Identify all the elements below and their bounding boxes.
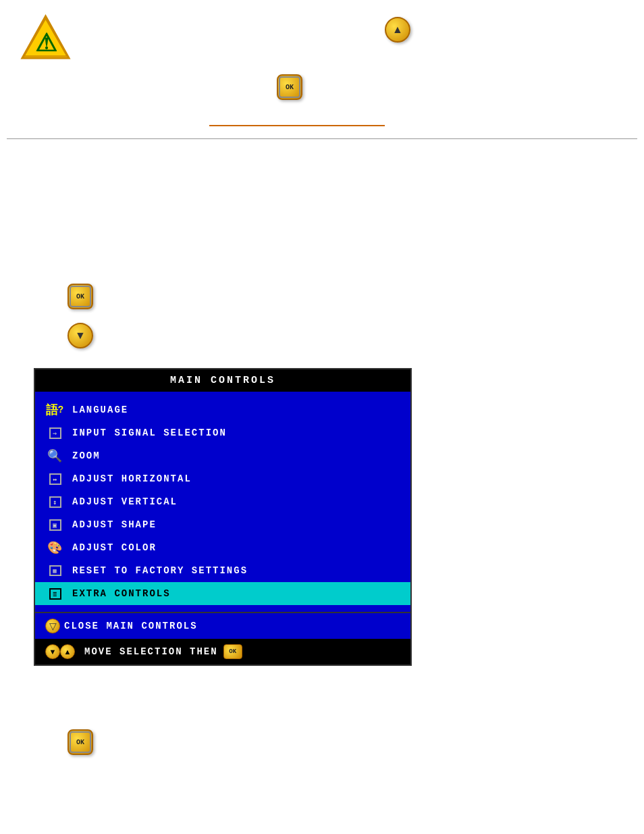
menu-item-language-label: LANGUAGE (72, 405, 128, 415)
orange-link (209, 125, 385, 126)
menu-item-zoom-label: ZOOM (72, 450, 101, 461)
menu-items-list: 語 ? LANGUAGE ⇒ INPUT SIGNAL SELECTION 🔍 … (35, 392, 410, 612)
nav-down-small-icon[interactable]: ▼ (45, 644, 60, 659)
main-controls-menu: MAIN CONTROLS 語 ? LANGUAGE ⇒ INPUT SIGNA… (34, 368, 412, 666)
ok-small-box-icon[interactable]: OK (223, 644, 242, 659)
ok-button-top-center[interactable]: OK (277, 74, 302, 100)
up-arrow-icon[interactable]: ▲ (385, 17, 410, 43)
menu-item-zoom[interactable]: 🔍 ZOOM (35, 444, 410, 467)
ok-icon-middle[interactable]: OK (68, 284, 93, 309)
menu-item-adjust-color[interactable]: 🎨 ADJUST COLOR (35, 536, 410, 559)
ok-button-bottom[interactable]: OK (68, 729, 93, 755)
menu-item-reset-factory-label: RESET TO FACTORY SETTINGS (72, 565, 248, 576)
adjust-shape-icon: ▣ (45, 517, 65, 533)
menu-item-reset-factory[interactable]: ▦ RESET TO FACTORY SETTINGS (35, 559, 410, 582)
menu-item-adjust-horizontal[interactable]: ↔ ADJUST HORIZONTAL (35, 467, 410, 490)
reset-factory-icon: ▦ (45, 563, 65, 579)
adjust-horizontal-icon: ↔ (45, 471, 65, 487)
menu-close-label: CLOSE MAIN CONTROLS (64, 621, 198, 631)
zoom-icon: 🔍 (45, 448, 65, 464)
input-signal-icon: ⇒ (45, 425, 65, 441)
nav-up-small-icon[interactable]: ▲ (60, 644, 75, 659)
menu-item-input-signal[interactable]: ⇒ INPUT SIGNAL SELECTION (35, 421, 410, 444)
menu-item-adjust-horizontal-label: ADJUST HORIZONTAL (72, 473, 192, 484)
menu-title: MAIN CONTROLS (35, 369, 410, 392)
down-arrow-icon[interactable]: ▼ (68, 323, 93, 348)
menu-item-language[interactable]: 語 ? LANGUAGE (35, 398, 410, 421)
menu-item-adjust-vertical-label: ADJUST VERTICAL (72, 496, 178, 507)
nav-icons-group: ▼ ▲ (45, 644, 75, 659)
menu-item-extra-controls-label: EXTRA CONTROLS (72, 588, 171, 599)
warning-icon: ⚠ (20, 14, 71, 61)
menu-item-adjust-vertical[interactable]: ↕ ADJUST VERTICAL (35, 490, 410, 513)
language-icon: 語 ? (45, 402, 65, 418)
ok-button-middle[interactable]: OK (68, 284, 93, 309)
adjust-color-icon: 🎨 (45, 540, 65, 556)
menu-item-adjust-color-label: ADJUST COLOR (72, 542, 157, 553)
extra-controls-icon: ≡ (45, 585, 65, 602)
menu-close-section: ▽ CLOSE MAIN CONTROLS (35, 612, 410, 639)
down-button-middle[interactable]: ▼ (68, 323, 93, 348)
ok-icon-top[interactable]: OK (277, 74, 302, 100)
close-icon[interactable]: ▽ (45, 619, 60, 633)
adjust-vertical-icon: ↕ (45, 494, 65, 510)
menu-item-input-signal-label: INPUT SIGNAL SELECTION (72, 427, 227, 438)
up-button-top[interactable]: ▲ (385, 17, 410, 43)
menu-item-adjust-shape[interactable]: ▣ ADJUST SHAPE (35, 513, 410, 536)
middle-controls: OK ▼ (68, 284, 93, 348)
divider-line (7, 138, 637, 139)
menu-footer-label: MOVE SELECTION THEN (84, 646, 218, 657)
menu-item-extra-controls[interactable]: ≡ EXTRA CONTROLS (35, 582, 410, 605)
menu-nav-footer: ▼ ▲ MOVE SELECTION THEN OK (35, 639, 410, 664)
menu-item-adjust-shape-label: ADJUST SHAPE (72, 519, 157, 530)
ok-icon-bottom[interactable]: OK (68, 729, 93, 755)
